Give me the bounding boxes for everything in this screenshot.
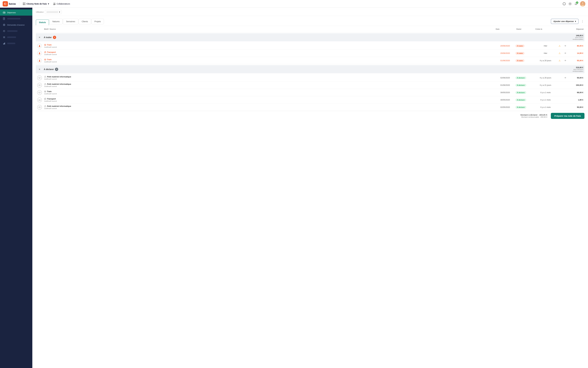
row-date-4: 02/06/2020	[495, 77, 515, 79]
table-row[interactable]: Petit matériel informatique Justificatif…	[36, 74, 584, 82]
row-sub-1: Justificatif scanné	[44, 46, 494, 48]
svg-rect-20	[4, 13, 5, 13]
sidebar-item-4[interactable]	[0, 28, 32, 34]
svg-point-13	[569, 2, 571, 5]
app-switcher[interactable]: Cleemy Note de frais ▾	[23, 2, 49, 5]
collab-label: Collaborateurs	[57, 3, 70, 5]
chart-icon	[3, 42, 6, 45]
collaborateurs-nav[interactable]: Collaborateurs	[53, 2, 70, 5]
document-icon	[3, 17, 6, 20]
svg-point-32	[39, 45, 40, 46]
avatar-circle-4	[37, 75, 42, 80]
more-options-button[interactable]: ⋮	[580, 19, 584, 24]
svg-text:l: l	[4, 3, 5, 5]
row-status-5: À déclarer	[515, 84, 535, 86]
svg-point-6	[54, 3, 54, 4]
train-icon-3	[38, 92, 41, 93]
svg-rect-2	[23, 3, 24, 4]
main-content: Utilisateur ▾ Statuts Natures Semaines C…	[32, 8, 588, 368]
row-avatar-2	[36, 51, 43, 56]
utilisateur-filter-group: Utilisateur ▾	[36, 10, 62, 16]
row-sub-6: Justificatif scanné	[44, 93, 494, 95]
table-row[interactable]: Transport Justificatif scanné 30/05/2020…	[36, 96, 584, 104]
tab-semaines[interactable]: Semaines	[63, 19, 78, 24]
group-count-a-declarer: 5	[55, 68, 58, 71]
row-name-text-4: Petit matériel informatique	[47, 76, 71, 78]
sidebar-item-6[interactable]	[0, 40, 32, 46]
table-row[interactable]: Train Justificatif scanné 30/05/2020 À d…	[36, 89, 584, 96]
table-row[interactable]: Petit matériel informatique Justificatif…	[36, 82, 584, 89]
add-expense-button[interactable]: Ajouter une dépense ▾	[551, 19, 579, 24]
tab-projets[interactable]: Projets	[91, 19, 104, 24]
svg-point-44	[39, 61, 40, 62]
row-name-text-1: Train	[47, 44, 52, 46]
svg-point-67	[45, 99, 46, 100]
row-created-2: Hier	[535, 52, 557, 54]
info-button[interactable]: i	[562, 2, 566, 6]
th-date: Date	[495, 28, 515, 31]
row-eye-1: 👁	[562, 45, 568, 47]
svg-rect-19	[3, 12, 5, 13]
table-row[interactable]: Petit matériel informatique Justificatif…	[36, 104, 584, 111]
logo[interactable]: l lucca	[3, 1, 16, 7]
row-sub-8: Justificatif scanné	[44, 108, 494, 109]
svg-point-41	[44, 53, 45, 53]
add-expense-chevron-icon: ▾	[575, 20, 576, 22]
row-created-1: Hier	[535, 45, 557, 47]
sidebar-item-depenses[interactable]: Dépenses	[0, 9, 32, 16]
sidebar: Dépenses Demandes d'avance	[0, 8, 32, 368]
notifications-button[interactable]: 6	[574, 2, 578, 6]
eye-icon-2: 👁	[564, 52, 566, 55]
row-date-3: 01/06/2020	[495, 59, 515, 62]
train-icon-2	[44, 58, 46, 61]
row-icons-3: ⚠	[557, 59, 562, 62]
th-motif: Motif / Source	[43, 28, 495, 31]
user-avatar[interactable]	[580, 1, 585, 7]
svg-point-66	[44, 99, 45, 100]
svg-rect-51	[44, 77, 46, 78]
row-avatar-6	[36, 90, 43, 95]
group-amount-sub-2: dont 269,90 € remboursables	[568, 69, 583, 72]
utilisateur-select[interactable]: ▾	[45, 10, 62, 14]
sidebar-item-2[interactable]	[0, 16, 32, 22]
sidebar-item-5[interactable]	[0, 34, 32, 40]
row-avatar-7	[36, 98, 43, 102]
tab-clients[interactable]: Clients	[79, 19, 91, 24]
group-collapse-a-traiter[interactable]: ✕	[36, 36, 43, 38]
eye-icon-4: 👁	[564, 77, 566, 79]
group-count-a-traiter: 3	[53, 36, 56, 39]
group-collapse-a-declarer[interactable]: ✕	[36, 68, 43, 71]
group-amount-a-traiter: 149,95 € dont 0,00 € remboursables	[568, 34, 584, 40]
th-avatar	[36, 28, 43, 31]
row-status-7: À déclarer	[515, 99, 535, 101]
avatar-circle-3	[37, 58, 42, 63]
tab-statuts[interactable]: Statuts	[36, 19, 49, 25]
filter-chevron-icon: ▾	[59, 11, 60, 13]
svg-rect-40	[44, 52, 46, 53]
settings-button[interactable]	[568, 2, 572, 6]
row-sub-3: Justificatif scanné	[44, 61, 494, 63]
row-status-3: À traiter	[515, 59, 535, 62]
status-badge-2: À traiter	[515, 52, 525, 55]
row-date-7: 30/05/2020	[495, 99, 515, 101]
footer-remboursable: Montant remboursable : 269,90 €	[520, 116, 547, 118]
tab-natures[interactable]: Natures	[49, 19, 63, 24]
row-name-6: Train	[44, 90, 494, 92]
filter-bar: Utilisateur ▾	[32, 8, 588, 16]
table-row[interactable]: Train Justificatif scanné 01/06/2020 À t…	[36, 57, 584, 64]
svg-point-35	[44, 45, 45, 46]
table-row[interactable]: Train Justificatif scanné 20/06/2020 À t…	[36, 42, 584, 50]
svg-rect-31	[5, 43, 5, 45]
svg-rect-49	[39, 77, 40, 78]
prepare-note-button[interactable]: Préparer ma note de frais	[551, 113, 584, 119]
tabs-right: Ajouter une dépense ▾ ⋮	[551, 19, 584, 24]
row-eye-2: 👁	[562, 52, 568, 55]
sidebar-skeleton-5	[7, 37, 16, 38]
status-badge-5: À déclarer	[515, 84, 526, 86]
train-icon-4	[44, 90, 46, 92]
svg-rect-65	[44, 98, 46, 99]
sidebar-item-avances[interactable]: Demandes d'avance	[0, 22, 32, 28]
status-badge-7: À déclarer	[515, 99, 526, 101]
table-row[interactable]: Transport Justificatif scanné 20/06/2020…	[36, 50, 584, 57]
lock-icon-1	[44, 76, 46, 78]
